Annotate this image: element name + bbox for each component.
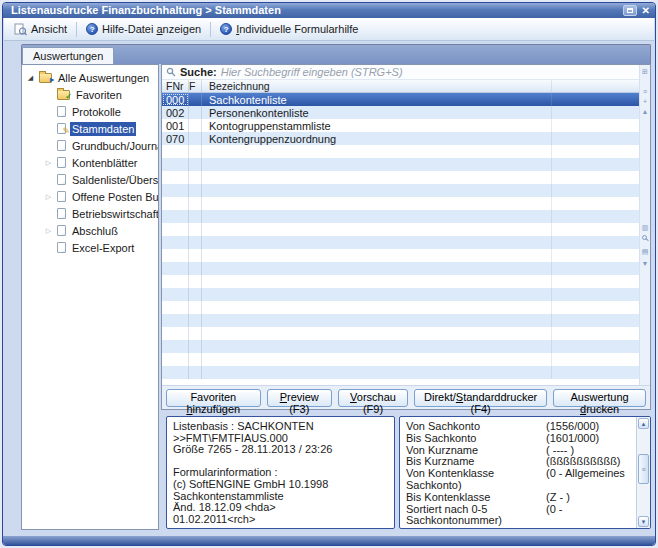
selection-label: Bis Sachkonto bbox=[406, 433, 546, 445]
cell-bezeichnung: Personenkontenliste bbox=[202, 106, 552, 119]
search-bar[interactable]: Suche: Hier Suchbegriff eingeben (STRG+S… bbox=[162, 65, 639, 80]
page-icon bbox=[57, 225, 66, 236]
tab-label: Auswertungen bbox=[33, 50, 103, 62]
window-title: Listenausdrucke Finanzbuchhaltung > Stam… bbox=[11, 4, 281, 16]
tree-item-label: Kontenblätter bbox=[70, 156, 139, 170]
cell-fnr bbox=[162, 197, 189, 210]
toolbar-button-formularhilfe[interactable]: ? Individuelle Formularhilfe bbox=[214, 21, 364, 37]
table-empty-row bbox=[162, 210, 639, 223]
expander-closed-icon[interactable]: ▷ bbox=[44, 227, 53, 235]
selection-value: (0 - Allgemeines bbox=[546, 468, 625, 480]
tree-item-alle-auswertungen[interactable]: ◢▸Alle Auswertungen bbox=[22, 69, 158, 86]
expander-open-icon[interactable]: ◢ bbox=[26, 74, 35, 82]
cell-bezeichnung bbox=[202, 145, 552, 158]
tree-item-label: Offene Posten Buchhaltung bbox=[70, 190, 159, 204]
tree-item-stammdaten[interactable]: ✎Stammdaten bbox=[22, 120, 158, 137]
columns-icon[interactable]: ▥ bbox=[640, 223, 650, 232]
table-row[interactable]: 002Personenkontenliste bbox=[162, 106, 639, 119]
tree-item-offene-posten-buchhaltung[interactable]: ▷Offene Posten Buchhaltung bbox=[22, 188, 158, 205]
page-edit-icon: ✎ bbox=[57, 123, 66, 134]
magnifier-icon[interactable] bbox=[642, 235, 647, 240]
cell-fnr bbox=[162, 210, 189, 223]
selection-value: (Z - ) bbox=[546, 492, 570, 504]
copy-icon[interactable]: ⊞ bbox=[640, 67, 650, 76]
cell-fnr bbox=[162, 158, 189, 171]
scrollbar[interactable]: ▲ ≡ ▼ bbox=[636, 417, 650, 528]
export-icon[interactable]: ▤ bbox=[640, 247, 650, 256]
table-row[interactable]: 070Kontengruppenzuordnung bbox=[162, 132, 639, 145]
cell-f bbox=[189, 366, 202, 379]
tree-item-grundbuch-journale[interactable]: Grundbuch/Journale bbox=[22, 137, 158, 154]
cell-fnr: 070 bbox=[162, 132, 189, 145]
column-header-fnr[interactable]: FNr bbox=[162, 80, 189, 92]
cell-f bbox=[189, 301, 202, 314]
cell-bezeichnung bbox=[202, 288, 552, 301]
toolbar-button-ansicht[interactable]: Ansicht bbox=[8, 21, 73, 38]
tree-item-kontenblatter[interactable]: ▷Kontenblätter bbox=[22, 154, 158, 171]
direct-printer-button[interactable]: Direkt/Standarddrucker (F4) bbox=[414, 389, 547, 407]
cell-rest bbox=[552, 327, 639, 340]
tree-item-betriebswirtschaftliche-auswertungen[interactable]: Betriebswirtschaftliche Auswertungen bbox=[22, 205, 158, 222]
tree-item-abschluss[interactable]: ▷Abschluß bbox=[22, 222, 158, 239]
selection-value: (0 - bbox=[546, 504, 563, 516]
table-row[interactable]: 001Kontogruppenstammliste bbox=[162, 119, 639, 132]
tree-item-label: Alle Auswertungen bbox=[56, 71, 151, 85]
table-header[interactable]: FNr F Bezeichnung bbox=[162, 80, 639, 93]
filter-icon[interactable]: ▼ bbox=[640, 259, 650, 268]
cell-rest bbox=[552, 210, 639, 223]
cell-bezeichnung bbox=[202, 184, 552, 197]
restore-button[interactable] bbox=[623, 5, 637, 16]
table-row[interactable]: 000Sachkontenliste bbox=[162, 93, 639, 106]
tree-item-label: Grundbuch/Journale bbox=[70, 139, 159, 153]
cell-f bbox=[189, 236, 202, 249]
toolbar-label: Ansicht bbox=[31, 23, 67, 35]
close-button[interactable]: ✕ bbox=[642, 5, 650, 16]
cell-f bbox=[189, 275, 202, 288]
cell-f bbox=[189, 223, 202, 236]
toolbar-label: Hilfe-Datei anzeigen bbox=[102, 23, 201, 35]
cell-bezeichnung bbox=[202, 340, 552, 353]
sort-icon[interactable]: ≡ bbox=[640, 87, 650, 96]
cell-rest bbox=[552, 171, 639, 184]
column-header-f[interactable]: F bbox=[189, 80, 202, 92]
scrollbar-down-button[interactable]: ▼ bbox=[638, 516, 649, 527]
cell-fnr bbox=[162, 236, 189, 249]
tree-item-favoriten[interactable]: ✓Favoriten bbox=[22, 86, 158, 103]
print-report-button[interactable]: Auswertung drucken bbox=[553, 389, 646, 407]
table-empty-row bbox=[162, 366, 639, 379]
toolbar-button-hilfe-datei[interactable]: ? Hilfe-Datei anzeigen bbox=[80, 21, 207, 37]
info-line: Listenbasis : SACHKONTEN bbox=[173, 421, 388, 433]
selection-label: Sachkontonummer) bbox=[406, 515, 546, 527]
table-empty-row bbox=[162, 145, 639, 158]
cell-rest bbox=[552, 366, 639, 379]
selection-value: (1601/000) bbox=[546, 433, 599, 445]
table-empty-row bbox=[162, 340, 639, 353]
scrollbar-up-button[interactable]: ▲ bbox=[638, 418, 649, 429]
table-empty-row bbox=[162, 171, 639, 184]
expander-closed-icon[interactable]: ▷ bbox=[44, 159, 53, 167]
tree-item-excel-export[interactable]: Excel-Export bbox=[22, 239, 158, 256]
tree-item-saldenliste-ubersicht[interactable]: Saldenliste/Übersicht bbox=[22, 171, 158, 188]
preview-button[interactable]: Preview (F3) bbox=[267, 389, 332, 407]
search-input[interactable]: Hier Suchbegriff eingeben (STRG+S) bbox=[221, 66, 403, 78]
scroll-top-icon[interactable]: ▲ bbox=[640, 107, 650, 116]
selection-line: Bis Kontenklasse(Z - ) bbox=[406, 492, 636, 504]
table-empty-row bbox=[162, 288, 639, 301]
add-icon[interactable]: + bbox=[640, 97, 650, 106]
folder-root-icon: ▸ bbox=[39, 73, 52, 83]
vorschau-button[interactable]: Vorschau (F9) bbox=[338, 389, 408, 407]
cell-fnr bbox=[162, 275, 189, 288]
tree-item-label: Abschluß bbox=[70, 224, 120, 238]
cell-fnr bbox=[162, 327, 189, 340]
selection-line: Bis Sachkonto(1601/000) bbox=[406, 433, 636, 445]
tree-item-protokolle[interactable]: Protokolle bbox=[22, 103, 158, 120]
cell-rest bbox=[552, 353, 639, 366]
scrollbar-thumb[interactable]: ≡ bbox=[638, 454, 649, 484]
tab-auswertungen[interactable]: Auswertungen bbox=[22, 47, 114, 64]
cell-fnr bbox=[162, 366, 189, 379]
add-favorites-button[interactable]: Favoriten hinzufügen bbox=[166, 389, 261, 407]
cell-bezeichnung bbox=[202, 353, 552, 366]
window-bottom-bar bbox=[3, 536, 655, 545]
expander-closed-icon[interactable]: ▷ bbox=[44, 193, 53, 201]
column-header-bezeichnung[interactable]: Bezeichnung bbox=[202, 80, 552, 92]
